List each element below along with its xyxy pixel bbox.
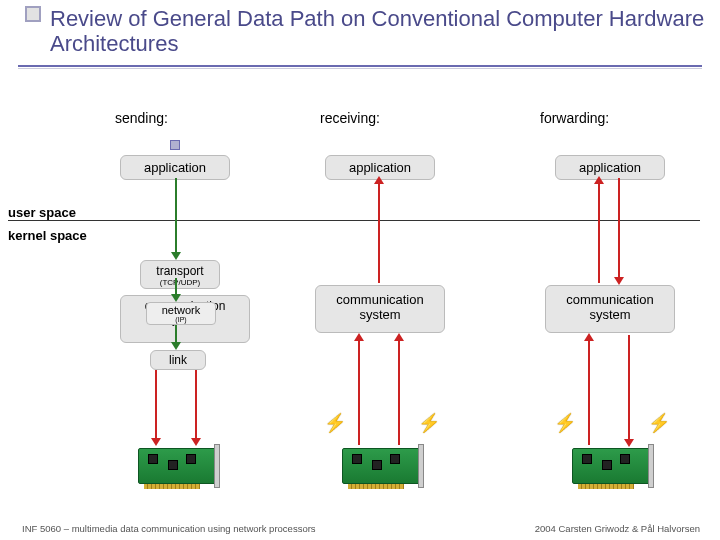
arrow-sending-transport-to-network [175,278,177,300]
arrow-sending-link-to-nic-a [155,370,157,444]
space-divider-line [8,220,700,221]
nic-card-icon [332,440,428,490]
box-communication-system-forwarding: communication system [545,285,675,333]
network-sublabel: (IP) [149,316,213,323]
transport-label: transport [156,264,203,278]
slide-title: Review of General Data Path on Conventio… [50,6,720,57]
network-label: network [162,304,201,316]
decor-square-small [170,140,180,150]
arrow-receiving-nic-to-comm-a [358,335,360,445]
box-transport: transport (TCP/UDP) [140,260,220,289]
label-kernel-space: kernel space [8,228,87,243]
footer-left: INF 5060 – multimedia data communication… [22,523,316,534]
spark-icon: ⚡ [324,412,346,434]
box-application-forwarding: application [555,155,665,180]
title-decor-square [25,6,41,22]
header-receiving: receiving: [320,110,380,126]
box-link: link [150,350,206,370]
spark-icon: ⚡ [418,412,440,434]
arrow-sending-app-to-transport [175,178,177,258]
slide-title-area: Review of General Data Path on Conventio… [0,6,720,57]
footer-right: 2004 Carsten Griwodz & Pål Halvorsen [535,523,700,534]
arrow-receiving-nic-to-comm-b [398,335,400,445]
arrow-forwarding-comm-to-nic [628,335,630,445]
header-forwarding: forwarding: [540,110,609,126]
title-underline [18,65,702,67]
arrow-sending-link-to-nic-b [195,370,197,444]
arrow-forwarding-comm-to-app [598,178,600,283]
transport-sublabel: (TCP/UDP) [145,278,215,287]
box-application-sending: application [120,155,230,180]
title-underline-shadow [18,68,702,69]
arrow-forwarding-app-to-comm [618,178,620,283]
spark-icon: ⚡ [648,412,670,434]
spark-icon: ⚡ [554,412,576,434]
nic-card-icon [562,440,658,490]
arrow-receiving-comm-to-app [378,178,380,283]
label-user-space: user space [8,205,76,220]
box-communication-system-receiving: communication system [315,285,445,333]
box-network: network (IP) [146,302,216,325]
nic-card-icon [128,440,224,490]
arrow-forwarding-nic-to-comm [588,335,590,445]
header-sending: sending: [115,110,168,126]
